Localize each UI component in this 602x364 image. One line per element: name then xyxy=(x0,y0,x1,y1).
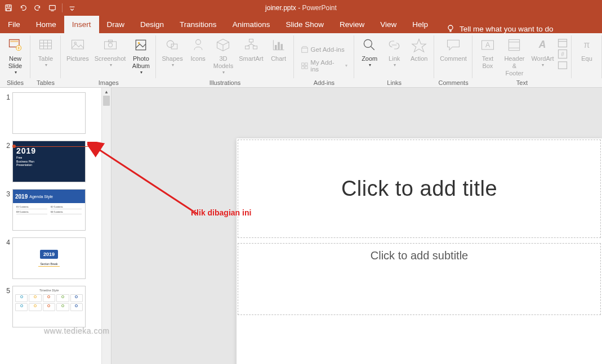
shapes-icon xyxy=(163,36,181,54)
group-links: Zoom▾ Link▾ Action Links xyxy=(354,33,434,87)
zoom-icon xyxy=(360,36,378,54)
wordart-button[interactable]: A WordArt▾ xyxy=(529,35,556,69)
ribbon: New Slide▾ Slides Table▾ Tables Pictures… xyxy=(0,33,602,88)
slide-thumbnail[interactable]: 2019 Free Business Plan Presentation xyxy=(12,141,86,182)
save-icon[interactable] xyxy=(2,2,15,14)
filename: joiner.pptx xyxy=(265,4,296,12)
scrollbar-thumb[interactable] xyxy=(103,96,110,106)
redo-icon[interactable] xyxy=(32,2,44,14)
separator xyxy=(62,3,63,12)
tab-transitions[interactable]: Transitions xyxy=(172,16,225,33)
zoom-button[interactable]: Zoom▾ xyxy=(358,35,381,69)
comment-icon xyxy=(444,36,462,54)
svg-rect-23 xyxy=(278,42,280,50)
ribbon-tabs: File Home Insert Draw Design Transitions… xyxy=(0,16,602,33)
slide-thumbnail[interactable]: 2019 Section Break xyxy=(12,237,86,279)
tab-help[interactable]: Help xyxy=(404,16,436,33)
photo-album-button[interactable]: Photo Album▾ xyxy=(129,35,153,77)
equation-icon: π xyxy=(578,36,596,54)
tab-review[interactable]: Review xyxy=(332,16,372,33)
tab-animations[interactable]: Animations xyxy=(225,16,278,33)
my-addins-button[interactable]: My Add-ins▾ xyxy=(297,58,351,74)
svg-text:π: π xyxy=(584,40,590,50)
smartart-button[interactable]: SmartArt xyxy=(237,35,265,64)
icons-button[interactable]: Icons xyxy=(186,35,210,64)
undo-icon[interactable] xyxy=(17,2,29,14)
annotation-label: Klik dibagian ini xyxy=(191,208,251,217)
slide-number-icon[interactable]: # xyxy=(557,48,568,59)
tab-file[interactable]: File xyxy=(0,16,28,33)
shapes-button[interactable]: Shapes▾ xyxy=(159,35,185,69)
svg-rect-2 xyxy=(7,8,11,11)
action-button[interactable]: Action xyxy=(407,35,431,64)
tab-slideshow[interactable]: Slide Show xyxy=(278,16,332,33)
svg-text:A: A xyxy=(485,41,490,49)
scroll-up-icon[interactable]: ▲ xyxy=(102,88,111,96)
thumbnail-scrollbar[interactable]: ▲ xyxy=(101,88,111,364)
start-from-beginning-icon[interactable] xyxy=(46,2,59,14)
tell-me-search[interactable]: Tell me what you want to do xyxy=(446,24,554,33)
svg-rect-17 xyxy=(171,44,177,49)
slide-item-5: 5 Timeline Style xyxy=(2,286,99,327)
group-text: A Text Box Header & Footer A WordArt▾ # … xyxy=(472,33,572,87)
chart-button[interactable]: Chart xyxy=(267,35,291,64)
svg-rect-26 xyxy=(301,62,304,65)
tab-insert[interactable]: Insert xyxy=(64,16,99,33)
workspace: 1 2 2019 Free Business Plan Presentation… xyxy=(0,88,602,364)
subtitle-placeholder[interactable]: Click to add subtitle xyxy=(238,243,601,315)
svg-rect-22 xyxy=(275,45,277,50)
action-icon xyxy=(410,36,428,54)
slide-thumbnail[interactable]: 2019Agenda Style 01 Contents 02 Contents… xyxy=(12,189,86,231)
svg-rect-28 xyxy=(301,66,304,68)
tab-design[interactable]: Design xyxy=(132,16,172,33)
svg-rect-8 xyxy=(40,40,52,49)
screenshot-icon xyxy=(101,36,119,54)
svg-rect-1 xyxy=(7,5,10,7)
active-slide[interactable]: Click to add title Click to add subtitle xyxy=(237,138,602,364)
watermark: www.tedieka.com xyxy=(44,326,109,335)
3d-models-button[interactable]: 3D Models▾ xyxy=(211,35,235,77)
object-icon[interactable] xyxy=(557,60,568,70)
tell-me-label: Tell me what you want to do xyxy=(460,25,554,33)
lightbulb-icon xyxy=(446,24,455,33)
link-button[interactable]: Link▾ xyxy=(382,35,406,69)
tab-view[interactable]: View xyxy=(372,16,404,33)
pictures-icon xyxy=(69,36,87,54)
svg-rect-24 xyxy=(280,44,283,50)
slide-thumbnail[interactable] xyxy=(12,92,86,134)
addins-icon xyxy=(301,62,309,70)
customize-qat-icon[interactable] xyxy=(66,2,78,14)
text-box-button[interactable]: A Text Box xyxy=(476,35,500,71)
group-tables: Table▾ Tables xyxy=(30,33,61,87)
svg-point-18 xyxy=(195,39,200,44)
slide-item-4: 4 2019 Section Break xyxy=(2,237,99,279)
tab-draw[interactable]: Draw xyxy=(99,16,133,33)
table-button[interactable]: Table▾ xyxy=(34,35,57,69)
pictures-button[interactable]: Pictures xyxy=(64,35,91,64)
annotation-cursor-line xyxy=(15,146,93,147)
date-time-icon[interactable] xyxy=(557,37,568,47)
screenshot-button[interactable]: Screenshot▾ xyxy=(92,35,128,69)
slide-canvas-area: Click to add title Click to add subtitle xyxy=(112,88,602,364)
svg-rect-3 xyxy=(50,6,56,10)
group-addins: Get Add-ins My Add-ins▾ Add-ins xyxy=(294,33,355,87)
header-footer-button[interactable]: Header & Footer xyxy=(501,35,528,79)
tab-home[interactable]: Home xyxy=(28,16,64,33)
slide-thumbnail[interactable]: Timeline Style xyxy=(12,286,86,327)
icons-icon xyxy=(189,36,207,54)
get-addins-button[interactable]: Get Add-ins xyxy=(297,44,348,55)
app-name: PowerPoint xyxy=(302,4,337,12)
slide-thumbnail-panel: 1 2 2019 Free Business Plan Presentation… xyxy=(0,88,112,364)
svg-rect-6 xyxy=(10,41,18,42)
comment-button[interactable]: Comment xyxy=(438,35,469,64)
svg-rect-20 xyxy=(245,46,249,49)
equation-button[interactable]: π Equ xyxy=(575,35,599,64)
svg-point-15 xyxy=(138,42,140,44)
store-icon xyxy=(301,46,309,53)
title-placeholder[interactable]: Click to add title xyxy=(238,140,601,238)
new-slide-button[interactable]: New Slide▾ xyxy=(3,35,27,77)
svg-rect-33 xyxy=(509,39,520,50)
svg-point-12 xyxy=(108,43,112,47)
link-icon xyxy=(385,36,403,54)
new-slide-icon xyxy=(6,36,24,54)
